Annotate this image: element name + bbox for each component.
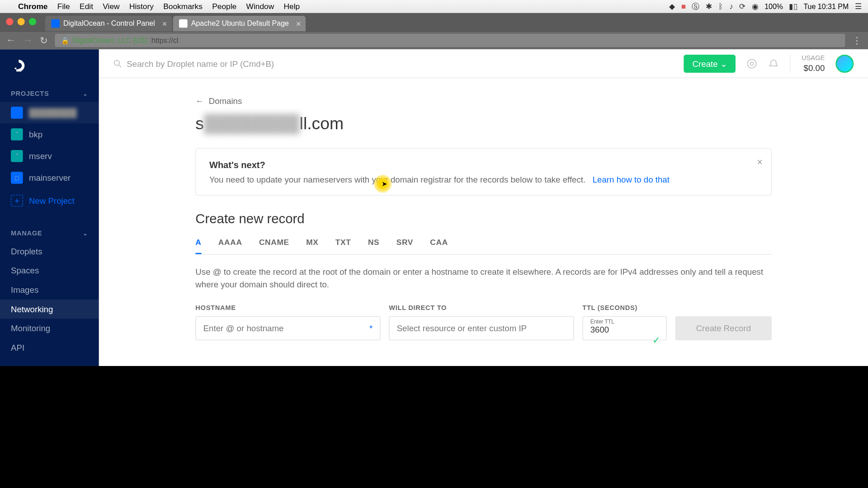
skype-icon[interactable]: Ⓢ [692,1,699,12]
sidebar-project-mainserver[interactable]: □ mainserver [0,167,99,188]
clock[interactable]: Tue 10:31 PM [803,2,849,11]
menu-view[interactable]: View [98,2,125,11]
create-record-button[interactable]: Create Record [675,316,771,340]
chevron-down-icon: ⌄ [83,90,88,97]
sidebar-item-monitoring[interactable]: Monitoring [0,319,99,338]
back-button[interactable]: ← [6,35,15,46]
menu-file[interactable]: File [52,2,75,11]
check-icon: ✓ [652,334,660,346]
hostname-input[interactable]: * [195,316,380,340]
svg-point-2 [748,59,756,68]
dns-records-title: DNS records [195,365,772,366]
new-project-button[interactable]: + New Project [0,188,99,212]
direct-field[interactable] [396,324,566,333]
search-input[interactable]: Search by Droplet name or IP (Cmd+B) [113,59,673,68]
breadcrumb[interactable]: ← Domains [195,96,772,106]
create-record-form: HOSTNAME * WILL DIRECT TO TTL (SECON [195,304,772,340]
window-minimize[interactable] [18,18,25,25]
menubar-status-icon[interactable]: ■ [681,2,686,11]
project-name: bkp [29,130,42,139]
menu-history[interactable]: History [124,2,158,11]
browser-toolbar: ← → ↻ 🔒 DigitalOcean, LLC [US] | https:/… [0,31,868,49]
svg-point-3 [750,62,754,65]
hostname-field[interactable] [203,324,373,333]
manage-header[interactable]: MANAGE ⌄ [0,224,99,242]
project-avatar-icon [11,107,23,119]
battery-icon[interactable]: ▮▯ [789,2,797,11]
arrow-left-icon: ← [195,96,204,106]
tab-a[interactable]: A [195,238,201,254]
sidebar-item-api[interactable]: API [0,338,99,357]
browser-tabbar: DigitalOcean - Control Panel × Apache2 U… [0,13,868,31]
volume-icon[interactable]: ♪ [729,2,733,11]
wifi-icon[interactable]: ◉ [752,2,759,11]
whats-next-notice: × What's next? You need to update your n… [195,148,772,196]
window-maximize[interactable] [29,18,36,25]
create-record-title: Create new record [195,211,772,227]
projects-header[interactable]: PROJECTS ⌄ [0,84,99,102]
sidebar: PROJECTS ⌄ ████████ ˜ bkp ˜ mserv □ main… [0,49,99,366]
sidebar-project-mserv[interactable]: ˜ mserv [0,145,99,167]
help-icon[interactable] [746,58,757,69]
tab-srv[interactable]: SRV [396,238,413,254]
tab-txt[interactable]: TXT [335,238,351,254]
menubar-status-icon[interactable]: ✱ [706,2,712,11]
user-avatar[interactable] [835,55,854,73]
menu-edit[interactable]: Edit [75,2,98,11]
chrome-menu-icon[interactable]: ⋮ [852,35,862,46]
create-button[interactable]: Create ⌄ [684,55,736,73]
sidebar-project-bkp[interactable]: ˜ bkp [0,123,99,145]
sidebar-project-item[interactable]: ████████ [0,102,99,123]
plus-icon: + [11,195,23,207]
svg-line-1 [119,65,121,67]
bluetooth-icon[interactable]: ᛒ [718,2,723,11]
battery-percent: 100% [764,2,783,11]
usage-label: USAGE [802,54,825,62]
forward-button[interactable]: → [23,35,33,46]
tab-cname[interactable]: CNAME [259,238,289,254]
spotlight-icon[interactable]: ☰ [855,2,862,11]
browser-tab-apache[interactable]: Apache2 Ubuntu Default Page × [173,16,306,32]
menu-window[interactable]: Window [241,2,279,11]
reload-button[interactable]: ↻ [40,35,47,46]
sidebar-item-droplets[interactable]: Droplets [0,242,99,261]
ttl-label: TTL (SECONDS) [582,304,667,311]
new-project-label: New Project [29,196,75,205]
hostname-label: HOSTNAME [195,304,380,311]
breadcrumb-label: Domains [208,96,242,106]
tab-ns[interactable]: NS [368,238,379,254]
star-icon[interactable]: ☆ [832,36,839,45]
tab-close-icon[interactable]: × [296,19,301,28]
main-content: Search by Droplet name or IP (Cmd+B) Cre… [99,49,868,366]
browser-tab-digitalocean[interactable]: DigitalOcean - Control Panel × [45,16,172,32]
macos-menubar: Chrome File Edit View History Bookmarks … [0,0,868,13]
menu-help[interactable]: Help [279,2,305,11]
window-close[interactable] [6,18,13,25]
sidebar-item-spaces[interactable]: Spaces [0,261,99,280]
app-menu[interactable]: Chrome [13,2,52,11]
menu-bookmarks[interactable]: Bookmarks [159,2,208,11]
bell-icon[interactable] [768,58,779,69]
sidebar-item-images[interactable]: Images [0,280,99,300]
menubar-status-icon[interactable]: ◆ [669,2,675,11]
sidebar-item-networking[interactable]: Networking [0,300,99,319]
record-help-text: Use @ to create the record at the root o… [195,266,772,291]
address-bar[interactable]: 🔒 DigitalOcean, LLC [US] | https://cl ☆ [55,34,845,47]
tab-mx[interactable]: MX [306,238,318,254]
direct-to-input[interactable] [389,316,574,340]
close-icon[interactable]: × [757,157,762,168]
tab-title: Apache2 Ubuntu Default Page [191,19,289,28]
tab-close-icon[interactable]: × [162,19,167,28]
wifi-icon[interactable]: ⟳ [739,2,746,11]
tab-aaaa[interactable]: AAAA [218,238,242,254]
notice-link[interactable]: Learn how to do that [592,175,669,184]
digitalocean-logo[interactable] [0,49,99,84]
tab-caa[interactable]: CAA [430,238,448,254]
ttl-input[interactable]: Enter TTL 3600 ✓ [582,316,667,340]
page-title: s████████ll.com [195,114,772,134]
usage-amount: $0.00 [802,62,825,73]
menu-people[interactable]: People [208,2,241,11]
url-text: https://cl [151,36,179,45]
project-avatar-icon: ˜ [11,150,23,162]
chevron-down-icon: ⌄ [720,59,727,68]
